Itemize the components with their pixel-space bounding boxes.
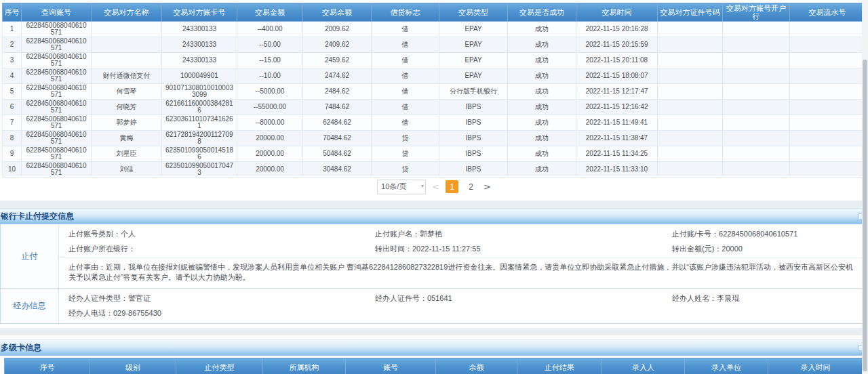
cell-counterparty-name xyxy=(92,53,162,68)
cell-seq: 10 xyxy=(3,162,22,178)
transaction-row: 7 6228450068040610571 郭梦婷 62303611010734… xyxy=(3,115,865,131)
page-size-label: 10条/页 xyxy=(381,182,406,192)
cell-counterparty-card: 243300133 xyxy=(162,53,237,68)
stop-fields-row-1: 止付账号类别：个人 止付账户名：郭梦艳 止付账/卡号：6228450068040… xyxy=(59,224,863,239)
col-trans-type: 交易类型 xyxy=(439,3,508,22)
transaction-row: 6 6228450068040610571 何晓芳 62166116000038… xyxy=(3,100,865,115)
transaction-row: 8 6228450068040610571 黄梅 621728194200112… xyxy=(3,131,865,146)
transaction-row: 5 6228450068040610571 何雪琴 90107130801001… xyxy=(3,84,865,100)
cell-seq: 3 xyxy=(3,53,22,68)
stop-group-content: 止付账号类别：个人 止付账户名：郭梦艳 止付账/卡号：6228450068040… xyxy=(59,224,863,288)
cell-counterparty-card: 243300133 xyxy=(162,37,237,53)
cell-debit-credit-flag: 借 xyxy=(372,100,439,115)
agent-group: 经办信息 经办人证件类型：警官证 经办人证件号：051641 经办人姓名：李晨琨… xyxy=(1,288,863,323)
cell-serial-no xyxy=(790,115,865,131)
multicard-section-bar: 多级卡信息 xyxy=(0,339,868,356)
transaction-row: 2 6228450068040610571 243300133 --50.00 … xyxy=(3,37,865,53)
cell-debit-credit-flag: 借 xyxy=(372,84,439,100)
multicard-table-container: 序号 级别 止付类型 所属机构 账号 余额 止付结果 录入人 录入单位 录入时间… xyxy=(0,356,868,374)
cell-trans-time: 2022-11-15 18:08:07 xyxy=(576,68,658,84)
stop-account-type: 止付账号类别：个人 xyxy=(68,230,375,238)
cell-counterparty-card: 6216611600003842816 xyxy=(162,100,237,115)
cell-query-account: 6228450068040610571 xyxy=(22,131,92,146)
cell-trans-success: 成功 xyxy=(508,84,576,100)
stop-payment-page: 序号 查询账号 交易对方名称 交易对方账卡号 交易金额 交易余额 借贷标志 交易… xyxy=(0,0,868,374)
cell-serial-no xyxy=(790,84,865,100)
cell-trans-type: IBPS xyxy=(439,100,508,115)
cell-query-account: 6228450068040610571 xyxy=(22,162,92,178)
agent-fields-row-1: 经办人证件类型：警官证 经办人证件号：051641 经办人姓名：李晨琨 xyxy=(59,289,863,304)
cell-trans-success: 成功 xyxy=(508,100,576,115)
cell-serial-no xyxy=(790,68,865,84)
cell-amount: 20000.00 xyxy=(237,131,303,146)
cell-counterparty-name: 刘星臣 xyxy=(92,146,162,162)
cell-debit-credit-flag: 借 xyxy=(372,68,439,84)
next-page-icon[interactable]: > xyxy=(484,182,491,191)
cell-counterparty-bank xyxy=(723,146,790,162)
col-balance: 余额 xyxy=(436,358,517,374)
agent-phone: 经办人电话：029-86755430 xyxy=(68,309,375,317)
stop-card-number: 止付账/卡号：6228450068040610571 xyxy=(672,230,856,238)
col-stop-type: 止付类型 xyxy=(176,358,263,374)
cell-query-account: 6228450068040610571 xyxy=(22,37,92,53)
vertical-scrollbar[interactable] xyxy=(862,0,868,374)
transactions-header-row: 序号 查询账号 交易对方名称 交易对方账卡号 交易金额 交易余额 借贷标志 交易… xyxy=(3,3,865,22)
cell-counterparty-bank xyxy=(723,22,790,37)
stop-group-label: 止付 xyxy=(1,224,59,288)
cell-trans-time: 2022-11-15 11:38:47 xyxy=(576,131,658,146)
cell-counterparty-card: 6230361101073416261 xyxy=(162,115,237,131)
agent-group-content: 经办人证件类型：警官证 经办人证件号：051641 经办人姓名：李晨琨 经办人电… xyxy=(59,289,863,323)
cell-serial-no xyxy=(790,53,865,68)
cell-trans-time: 2022-11-15 11:33:10 xyxy=(576,162,658,178)
cell-seq: 8 xyxy=(3,131,22,146)
cell-counterparty-card: 1000049901 xyxy=(162,68,237,84)
cell-debit-credit-flag: 借 xyxy=(372,22,439,37)
cell-seq: 7 xyxy=(3,115,22,131)
chevron-down-icon: ▾ xyxy=(421,184,424,189)
page-number-1[interactable]: 1 xyxy=(446,180,458,193)
cell-trans-type: EPAY xyxy=(439,53,508,68)
transfer-out-time: 转出时间：2022-11-15 11:27:55 xyxy=(375,245,672,253)
cell-counterparty-id xyxy=(658,22,723,37)
cell-query-account: 6228450068040610571 xyxy=(22,146,92,162)
cell-amount: 20000.00 xyxy=(237,162,303,178)
scrollbar-thumb[interactable] xyxy=(863,60,867,371)
cell-counterparty-card: 6217281942001127098 xyxy=(162,131,237,146)
page-size-select[interactable]: 10条/页 ▾ xyxy=(377,180,426,194)
section-divider xyxy=(0,201,868,208)
col-stop-result: 止付结果 xyxy=(517,358,602,374)
agent-group-label: 经办信息 xyxy=(1,289,59,323)
cell-debit-credit-flag: 借 xyxy=(372,37,439,53)
cell-counterparty-card: 9010713080100100033099 xyxy=(162,84,237,100)
cell-balance: 2409.62 xyxy=(303,37,372,53)
cell-counterparty-name: 何雪琴 xyxy=(92,84,162,100)
cell-seq: 6 xyxy=(3,100,22,115)
col-counterparty-bank: 交易对方账号开户行 xyxy=(723,3,790,22)
cell-amount: --50.00 xyxy=(237,37,303,53)
cell-amount: --55000.00 xyxy=(237,100,303,115)
cell-serial-no xyxy=(790,131,865,146)
cell-counterparty-bank xyxy=(723,37,790,53)
pagination: 10条/页 ▾ < 1 2 > xyxy=(0,178,868,196)
cell-seq: 9 xyxy=(3,146,22,162)
stop-account-bank: 止付账户所在银行： xyxy=(68,245,375,253)
stop-account-name: 止付账户名：郭梦艳 xyxy=(375,230,672,238)
cell-counterparty-card: 243300133 xyxy=(162,22,237,37)
cell-serial-no xyxy=(790,162,865,178)
cell-trans-type: IBPS xyxy=(439,115,508,131)
transactions-table: 序号 查询账号 交易对方名称 交易对方账卡号 交易金额 交易余额 借贷标志 交易… xyxy=(2,3,865,178)
cell-seq: 2 xyxy=(3,37,22,53)
cell-seq: 1 xyxy=(3,22,22,37)
cell-trans-type: IBPS xyxy=(439,146,508,162)
cell-trans-time: 2022-11-15 12:17:47 xyxy=(576,84,658,100)
cell-counterparty-bank xyxy=(723,115,790,131)
prev-page-icon[interactable]: < xyxy=(432,182,439,191)
cell-counterparty-bank xyxy=(723,68,790,84)
page-number-2[interactable]: 2 xyxy=(465,180,477,193)
cell-serial-no xyxy=(790,100,865,115)
cell-counterparty-id xyxy=(658,131,723,146)
cell-balance: 70484.62 xyxy=(303,131,372,146)
cell-trans-type: EPAY xyxy=(439,22,508,37)
transaction-row: 1 6228450068040610571 243300133 --400.00… xyxy=(3,22,865,37)
cell-counterparty-name xyxy=(92,37,162,53)
